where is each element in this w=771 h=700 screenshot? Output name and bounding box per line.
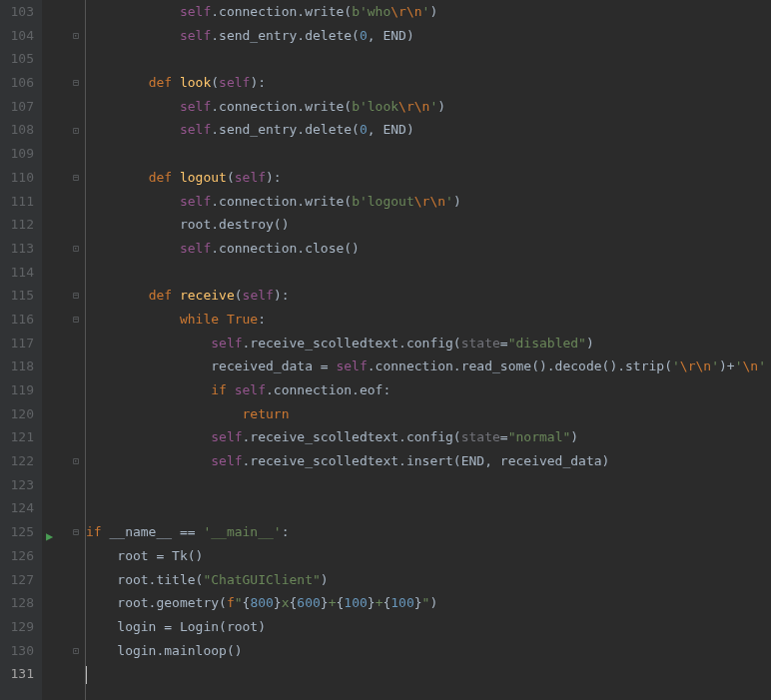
line-number: 107 [0, 95, 34, 119]
code-line[interactable] [86, 662, 771, 686]
line-number-gutter: 1031041051061071081091101111121131141151… [0, 0, 42, 700]
code-line[interactable]: def receive(self): [86, 284, 771, 308]
code-line[interactable]: self.receive_scolledtext.insert(END, rec… [86, 449, 771, 473]
line-number: 109 [0, 142, 34, 166]
code-line[interactable]: root.geometry(f"{800}x{600}+{100}+{100}"… [86, 591, 771, 615]
code-line[interactable]: self.connection.write(b'logout\r\n') [86, 190, 771, 214]
code-line[interactable]: root.destroy() [86, 213, 771, 237]
code-line[interactable]: return [86, 402, 771, 426]
code-line[interactable]: if __name__ == '__main__': [86, 520, 771, 544]
code-line[interactable]: self.connection.write(b'look\r\n') [86, 95, 771, 119]
code-line[interactable]: self.connection.close() [86, 237, 771, 261]
line-number: 118 [0, 354, 34, 378]
line-number: 117 [0, 332, 34, 355]
line-number: 122 [0, 449, 34, 473]
line-number: 104 [0, 24, 34, 48]
code-line[interactable]: self.receive_scolledtext.config(state="d… [86, 332, 771, 355]
code-line[interactable]: root.title("ChatGUIClient") [86, 568, 771, 592]
line-number: 115 [0, 284, 34, 308]
code-editor[interactable]: 1031041051061071081091101111121131141151… [0, 0, 771, 700]
line-number: 112 [0, 213, 34, 237]
fold-open-icon[interactable]: ⊟ [73, 173, 83, 183]
fold-open-icon[interactable]: ⊟ [73, 315, 83, 325]
code-line[interactable]: self.connection.write(b'who\r\n') [86, 0, 771, 24]
code-line[interactable]: received_data = self.connection.read_som… [86, 354, 771, 378]
line-number: 126 [0, 544, 34, 568]
fold-open-icon[interactable]: ⊟ [73, 527, 83, 537]
line-number: 116 [0, 308, 34, 332]
code-line[interactable]: if self.connection.eof: [86, 378, 771, 402]
fold-close-icon[interactable]: ⊡ [73, 646, 83, 656]
line-number: 113 [0, 237, 34, 261]
line-number: 106 [0, 71, 34, 95]
fold-marker-gutter: ⊡⊟⊡⊟⊡⊟⊟⊡⊟▶⊡ [42, 0, 86, 700]
code-line[interactable]: while True: [86, 308, 771, 332]
line-number: 130 [0, 639, 34, 663]
code-line[interactable] [86, 47, 771, 71]
line-number: 105 [0, 47, 34, 71]
code-line[interactable] [86, 496, 771, 520]
fold-open-icon[interactable]: ⊟ [73, 291, 83, 301]
run-icon[interactable]: ▶ [46, 525, 53, 549]
fold-close-icon[interactable]: ⊡ [73, 126, 83, 136]
line-number: 103 [0, 0, 34, 24]
code-line[interactable]: login = Login(root) [86, 615, 771, 639]
code-line[interactable]: def logout(self): [86, 166, 771, 190]
line-number: 129 [0, 615, 34, 639]
code-line[interactable]: login.mainloop() [86, 639, 771, 663]
line-number: 128 [0, 591, 34, 615]
code-line[interactable] [86, 142, 771, 166]
line-number: 110 [0, 166, 34, 190]
line-number: 124 [0, 496, 34, 520]
line-number: 111 [0, 190, 34, 214]
code-line[interactable]: def look(self): [86, 71, 771, 95]
line-number: 120 [0, 402, 34, 426]
code-line[interactable]: self.send_entry.delete(0, END) [86, 24, 771, 48]
code-area[interactable]: self.connection.write(b'who\r\n') self.s… [86, 0, 771, 700]
line-number: 125 [0, 520, 34, 544]
line-number: 127 [0, 568, 34, 592]
code-line[interactable] [86, 261, 771, 285]
fold-close-icon[interactable]: ⊡ [73, 31, 83, 41]
fold-open-icon[interactable]: ⊟ [73, 78, 83, 88]
line-number: 131 [0, 662, 34, 686]
line-number: 121 [0, 425, 34, 449]
code-line[interactable]: self.receive_scolledtext.config(state="n… [86, 425, 771, 449]
fold-close-icon[interactable]: ⊡ [73, 244, 83, 254]
code-line[interactable] [86, 473, 771, 497]
line-number: 114 [0, 261, 34, 285]
fold-close-icon[interactable]: ⊡ [73, 456, 83, 466]
code-line[interactable]: root = Tk() [86, 544, 771, 568]
line-number: 119 [0, 378, 34, 402]
line-number: 108 [0, 118, 34, 142]
code-line[interactable]: self.send_entry.delete(0, END) [86, 118, 771, 142]
text-caret [86, 666, 87, 684]
line-number: 123 [0, 473, 34, 497]
